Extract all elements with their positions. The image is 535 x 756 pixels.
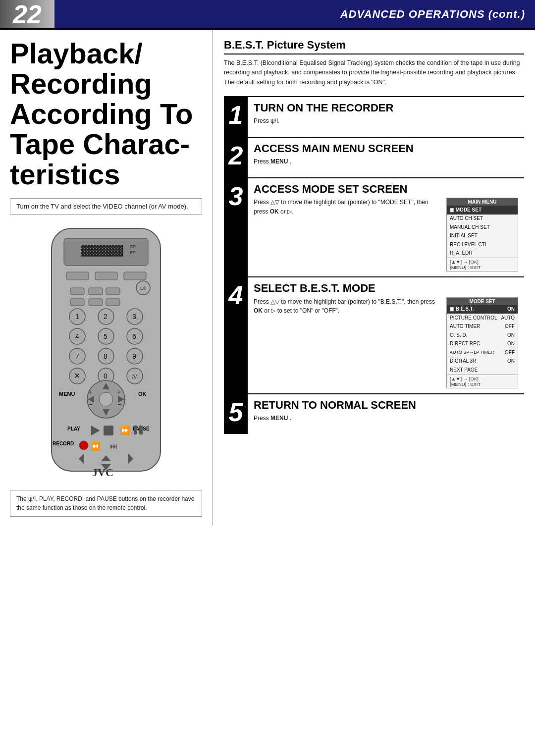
svg-text:SP: SP	[130, 244, 136, 249]
svg-rect-10	[70, 288, 84, 295]
step-4-text: Press △▽ to move the highlight bar (poin…	[254, 297, 441, 316]
svg-text:⏭: ⏭	[110, 442, 118, 450]
step-2-number: 2	[224, 138, 248, 177]
svg-text:⏪: ⏪	[90, 441, 100, 451]
subtitle-box: Turn on the TV and select the VIDEO chan…	[10, 198, 202, 215]
menu-item-autoch: AUTO CH SET	[447, 215, 518, 223]
main-content: Playback/RecordingAccording ToTape Chara…	[0, 30, 535, 526]
step-4-content: SELECT B.E.S.T. MODE Press △▽ to move th…	[248, 277, 524, 393]
page-number: 22	[0, 0, 54, 28]
svg-text:8: 8	[104, 352, 107, 360]
svg-text:0: 0	[104, 372, 107, 380]
step-1: 1 TURN ON THE RECORDER Press ψ/I.	[224, 96, 524, 137]
step-5-heading: RETURN TO NORMAL SCREEN	[254, 399, 518, 411]
page-header: 22 ADVANCED OPERATIONS (cont.)	[0, 0, 535, 30]
svg-text:RECORD: RECORD	[53, 441, 74, 446]
step-5-content: RETURN TO NORMAL SCREEN Press MENU .	[248, 394, 524, 434]
svg-text:+: +	[88, 388, 92, 396]
step-3-text: Press △▽ to move the highlight bar (poin…	[254, 198, 441, 216]
menu-item-autotimer: AUTO TIMEROFF	[447, 323, 518, 331]
step-3: 3 ACCESS MODE SET SCREEN Press △▽ to mov…	[224, 177, 524, 276]
menu-item-directrec: DIRECT RECON	[447, 340, 518, 349]
left-column: Playback/RecordingAccording ToTape Chara…	[0, 30, 213, 526]
step-3-number: 3	[224, 178, 248, 276]
main-menu-footer: [▲▼] → [OK][MENU] : EXIT	[447, 258, 518, 271]
best-title: B.E.S.T. Picture System	[224, 39, 524, 54]
step-5: 5 RETURN TO NORMAL SCREEN Press MENU .	[224, 393, 524, 434]
footnote-box: The ψ/I, PLAY, RECORD, and PAUSE buttons…	[10, 490, 202, 517]
main-menu-title: MAIN MENU	[447, 198, 518, 206]
svg-text:−: −	[117, 400, 121, 408]
mode-set-title: MODE SET	[447, 298, 518, 305]
menu-item-reclevel: REC LEVEL CTL	[447, 240, 518, 249]
step-4-inner: Press △▽ to move the highlight bar (poin…	[254, 297, 518, 388]
svg-rect-54	[104, 426, 113, 435]
svg-text:⏩: ⏩	[120, 426, 130, 435]
step-5-text: Press MENU .	[254, 414, 518, 423]
step-1-text: Press ψ/I.	[254, 116, 518, 126]
step-2: 2 ACCESS MAIN MENU SCREEN Press MENU .	[224, 137, 524, 177]
svg-text:PLAY: PLAY	[67, 426, 80, 432]
best-text: The B.E.S.T. (Biconditional Equalised Si…	[224, 58, 524, 87]
remote-image: ▓▓▓▓▓▓▓ SP EP ψ/I 1	[10, 223, 202, 481]
step-3-heading: ACCESS MODE SET SCREEN	[254, 183, 518, 195]
svg-text:MENU: MENU	[59, 391, 75, 397]
svg-rect-57	[134, 426, 137, 434]
svg-text:EP: EP	[130, 250, 136, 255]
menu-item-digital3r: DIGITAL 3RON	[447, 357, 518, 366]
step-1-content: TURN ON THE RECORDER Press ψ/I.	[248, 97, 524, 137]
svg-text:///: ///	[132, 374, 137, 379]
svg-text:JVC: JVC	[92, 466, 113, 479]
svg-text:+: +	[117, 388, 121, 396]
svg-text:✕: ✕	[74, 372, 80, 380]
svg-rect-6	[95, 272, 117, 280]
right-column: B.E.S.T. Picture System The B.E.S.T. (Bi…	[213, 30, 535, 526]
step-3-inner: Press △▽ to move the highlight bar (poin…	[254, 198, 518, 271]
menu-item-initial: INITIAL SET	[447, 232, 518, 241]
svg-text:5: 5	[104, 332, 107, 340]
step-4-heading: SELECT B.E.S.T. MODE	[254, 282, 518, 294]
svg-point-60	[79, 441, 88, 450]
menu-item-osd: O. S. D.ON	[447, 331, 518, 340]
svg-text:9: 9	[132, 352, 136, 360]
step-4: 4 SELECT B.E.S.T. MODE Press △▽ to move …	[224, 276, 524, 393]
svg-text:OK: OK	[138, 391, 147, 397]
svg-text:1: 1	[75, 313, 79, 321]
step-2-text: Press MENU .	[254, 157, 518, 166]
step-4-number: 4	[224, 277, 248, 393]
header-title: ADVANCED OPERATIONS (cont.)	[54, 0, 535, 28]
step-1-heading: TURN ON THE RECORDER	[254, 102, 518, 114]
svg-rect-12	[106, 288, 120, 295]
step-2-content: ACCESS MAIN MENU SCREEN Press MENU .	[248, 138, 524, 177]
svg-text:4: 4	[75, 332, 79, 340]
svg-rect-11	[89, 288, 103, 295]
mode-set-panel: MODE SET ▣ B.E.S.T.ON PICTURE CONTROLAUT…	[446, 297, 518, 388]
menu-item-picturecontrol: PICTURE CONTROLAUTO	[447, 314, 518, 323]
page-title: Playback/RecordingAccording ToTape Chara…	[10, 39, 202, 189]
svg-rect-5	[66, 272, 89, 280]
svg-text:−: −	[89, 400, 93, 408]
menu-item-raedit: R. A. EDIT	[447, 249, 518, 258]
menu-item-best: ▣ B.E.S.T.ON	[447, 305, 518, 314]
svg-text:2: 2	[104, 313, 107, 321]
svg-rect-7	[124, 272, 146, 280]
svg-text:3: 3	[132, 313, 136, 321]
menu-item-autosplp: AUTO SP→LP TIMEROFF	[447, 348, 518, 357]
step-2-heading: ACCESS MAIN MENU SCREEN	[254, 143, 518, 155]
menu-item-nextpage: NEXT PAGE	[447, 366, 518, 375]
menu-item-manualch: MANUAL CH SET	[447, 223, 518, 232]
mode-set-footer: [▲▼] → [OK][MENU] : EXIT	[447, 375, 518, 388]
svg-text:▓▓▓▓▓▓▓: ▓▓▓▓▓▓▓	[81, 245, 123, 257]
menu-item-modeset: ▣ MODE SET	[447, 206, 518, 215]
svg-text:6: 6	[132, 332, 136, 340]
svg-rect-15	[106, 299, 120, 306]
best-section: B.E.S.T. Picture System The B.E.S.T. (Bi…	[224, 39, 524, 87]
step-5-number: 5	[224, 394, 248, 434]
svg-rect-13	[70, 299, 84, 306]
step-1-number: 1	[224, 97, 248, 137]
svg-rect-14	[89, 299, 103, 306]
svg-rect-58	[139, 426, 143, 434]
svg-text:ψ/I: ψ/I	[140, 285, 147, 291]
main-menu-panel: MAIN MENU ▣ MODE SET AUTO CH SET MANUAL …	[446, 198, 518, 271]
step-3-content: ACCESS MODE SET SCREEN Press △▽ to move …	[248, 178, 524, 276]
